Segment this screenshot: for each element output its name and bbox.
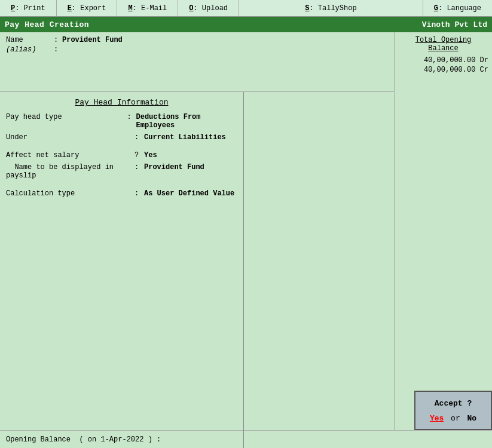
header-bar: Pay Head Creation Vinoth Pvt Ltd xyxy=(0,17,492,32)
opening-balance-label: Opening Balance xyxy=(6,435,71,444)
name-value: Provident Fund xyxy=(62,36,123,44)
extra-panel xyxy=(244,92,394,448)
page-title: Pay Head Creation xyxy=(5,20,89,29)
no-button[interactable]: No xyxy=(467,414,477,423)
menu-export[interactable]: E: Export xyxy=(57,0,118,16)
right-panel: Total Opening Balance 40,00,000.00 Dr 40… xyxy=(395,32,492,430)
under-label: Under xyxy=(6,133,135,142)
affect-net-sep: ? xyxy=(135,151,144,159)
left-panel-inner: Pay Head Information Pay head type : Ded… xyxy=(0,92,394,448)
alias-label: (alias) xyxy=(6,45,54,54)
payhead-type-row: Pay head type : Deductions From Employee… xyxy=(6,113,237,130)
balance-dr: 40,00,000.00 Dr xyxy=(398,56,488,65)
menu-bar: P: Print E: Export M: E-Mail O: Upload S… xyxy=(0,0,492,17)
name-section: Name : Provident Fund (alias) : xyxy=(0,32,394,92)
opening-balance-date: ( on 1-Apr-2022 ) xyxy=(79,435,152,444)
left-panel: Name : Provident Fund (alias) : Pay Head… xyxy=(0,32,395,430)
balance-title: Total Opening Balance xyxy=(398,36,488,53)
menu-language[interactable]: G: Language xyxy=(423,0,492,16)
calc-type-label: Calculation type xyxy=(6,189,135,198)
accept-title: Accept ? xyxy=(421,399,485,408)
accept-options: Yes or No xyxy=(421,414,485,423)
name-sep: : xyxy=(54,36,62,44)
name-label: Name xyxy=(6,36,54,44)
alias-sep: : xyxy=(54,45,62,54)
calc-type-sep: : xyxy=(135,189,144,198)
balance-cr: 40,00,000.00 Cr xyxy=(398,66,488,74)
menu-tallyshop[interactable]: S: TallyShop xyxy=(239,0,423,16)
payhead-info: Pay Head Information Pay head type : Ded… xyxy=(0,92,243,207)
affect-net-row: Affect net salary ? Yes xyxy=(6,151,237,159)
alias-field-row: (alias) : xyxy=(6,45,388,54)
yes-button[interactable]: Yes xyxy=(430,414,444,423)
payhead-type-value: Deductions From Employees xyxy=(136,113,238,130)
calc-type-row: Calculation type : As User Defined Value xyxy=(6,189,237,198)
under-sep: : xyxy=(135,133,144,142)
menu-upload[interactable]: O: Upload xyxy=(178,0,239,16)
calc-type-value: As User Defined Value xyxy=(144,189,234,198)
info-panel: Pay Head Information Pay head type : Ded… xyxy=(0,92,244,448)
payhead-type-label: Pay head type xyxy=(6,113,127,121)
menu-email[interactable]: M: E-Mail xyxy=(117,0,178,16)
affect-net-label: Affect net salary xyxy=(6,151,135,159)
main-content: Name : Provident Fund (alias) : Pay Head… xyxy=(0,32,492,430)
payslip-name-row: Name to be displayed in payslip : Provid… xyxy=(6,163,237,180)
payhead-info-title: Pay Head Information xyxy=(6,98,237,107)
payslip-name-sep: : xyxy=(135,163,144,171)
under-row: Under : Current Liabilities xyxy=(6,133,237,142)
or-label: or xyxy=(451,414,460,423)
accept-dialog: Accept ? Yes or No xyxy=(414,391,492,430)
opening-balance-sep: : xyxy=(157,435,161,444)
company-name: Vinoth Pvt Ltd xyxy=(422,20,487,29)
affect-net-value: Yes xyxy=(144,151,157,159)
menu-print[interactable]: P: Print xyxy=(0,0,57,16)
under-value: Current Liabilities xyxy=(144,133,226,142)
payslip-name-label: Name to be displayed in payslip xyxy=(6,163,135,180)
name-field-row: Name : Provident Fund xyxy=(6,36,388,44)
payslip-name-value: Provident Fund xyxy=(144,163,204,171)
payhead-type-sep: : xyxy=(127,113,136,121)
